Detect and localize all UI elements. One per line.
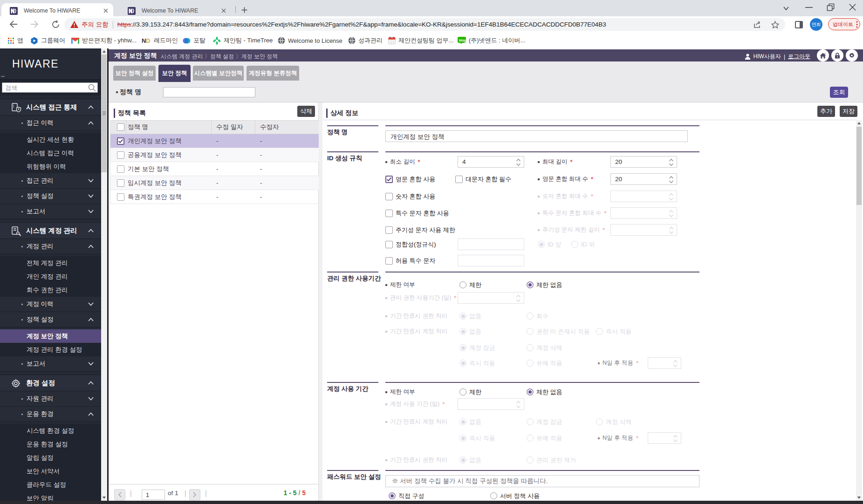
row-checkbox[interactable] [117,193,124,201]
prev-page-button[interactable] [114,489,125,500]
sidebar-item-account-management[interactable]: 계정 관리 [0,239,101,254]
scrollbar-down-arrow[interactable] [101,495,107,501]
bookmark-consulting[interactable]: 제안컨설팅팀 업무... [388,33,453,48]
bookmark-gmail[interactable]: 받은편지함 - yhhw... [71,33,137,48]
sidebar-item-access-management[interactable]: 접근 관리 [0,173,101,189]
delete-button[interactable]: 삭제 [297,106,315,117]
scrollbar-down-arrow[interactable] [856,495,862,501]
sidebar-item-resource-management[interactable]: 자원 관리 [0,391,101,407]
bookmark-redmine[interactable]: ND 레드마인 [142,33,178,48]
sidebar-item-cloud-settings[interactable]: 클라우드 설정 [0,478,101,491]
add-button[interactable]: 추가 [817,106,835,117]
spinner-arrows-icon[interactable] [669,158,674,167]
browser-tab-inactive[interactable]: Welcome To HIWARE [119,3,231,16]
scrollbar-up-arrow[interactable] [101,48,107,54]
scrollbar-thumb[interactable] [102,54,107,172]
admin-no-limit-radio-selected[interactable] [527,281,534,288]
regex-checkbox[interactable] [385,241,393,248]
row-checkbox-checked[interactable] [117,137,124,145]
sidebar-item-risk-history[interactable]: 위험행위 이력 [0,160,101,173]
spinner-arrows-icon[interactable] [516,400,521,409]
reload-icon[interactable] [51,20,60,29]
account-limit-radio[interactable] [459,388,466,395]
url-bar[interactable]: 주의 요함 https://3.39.153.247:8443/frame?do… [64,18,785,31]
sidebar-item-policy-settings-1[interactable]: 정책 설정 [0,189,101,204]
table-row[interactable]: 특권계정 보안 정책 - - [110,190,319,204]
direct-config-radio-selected[interactable] [389,492,396,499]
sidebar-item-environment-settings[interactable]: 환경 설정 [0,375,101,391]
table-row[interactable]: 기본 보안 정책 - - [110,162,319,176]
side-panel-icon[interactable] [795,21,803,28]
bookmark-apps[interactable]: 앱 [7,33,23,48]
num-mix-checkbox[interactable] [385,193,393,200]
spinner-arrows-icon[interactable] [669,192,674,201]
row-checkbox[interactable] [117,165,124,173]
sidebar-scrollbar[interactable] [101,48,107,501]
table-row[interactable]: 임시계정 보안 정책 - - [110,176,319,190]
sidebar-item-operating-env-settings[interactable]: 운용 환경 설정 [0,437,101,451]
spinner-arrows-icon[interactable] [516,158,521,167]
spinner-arrows-icon[interactable] [669,209,674,218]
home-button[interactable] [817,49,829,61]
next-page-button[interactable] [189,489,200,500]
table-row[interactable]: 공용계정 보안 정책 - - [110,148,319,162]
special-mix-checkbox[interactable] [385,210,393,217]
bookmark-star-icon[interactable] [771,21,779,28]
sidebar-item-alert-settings[interactable]: 알림 설정 [0,451,101,464]
bookmark-performance[interactable]: 성과관리 [348,33,383,48]
window-minimize-icon[interactable] [805,7,813,8]
max-length-spinner[interactable]: 20 [610,156,677,168]
detail-scrollbar[interactable] [856,120,862,501]
save-button[interactable]: 저장 [840,106,857,117]
sidebar-item-all-accounts[interactable]: 전체 계정 관리 [0,256,101,270]
sidebar-item-report-2[interactable]: 보고서 [0,356,101,372]
select-all-checkbox[interactable] [117,123,124,131]
upper-required-checkbox[interactable] [455,176,463,183]
panel-splitter[interactable] [319,102,322,501]
sidebar-item-access-history[interactable]: 접근 이력 [0,116,101,131]
cyclic-checkbox[interactable] [385,226,393,234]
account-no-limit-radio-selected[interactable] [527,388,534,395]
tab-account-type-policy[interactable]: 계정유형 분류정책 [247,66,299,81]
spinner-arrows-icon[interactable] [516,294,521,303]
regex-input[interactable] [458,238,524,250]
sidebar-item-system-access-control[interactable]: 시스템 접근 통제 [0,99,101,116]
row-checkbox[interactable] [117,179,124,187]
sidebar-item-personal-accounts[interactable]: 개인 계정 관리 [0,270,101,283]
policy-name-filter-input[interactable] [163,87,255,97]
back-icon[interactable] [9,20,18,28]
sidebar-item-system-env-settings[interactable]: 시스템 환경 설정 [0,424,101,437]
sidebar-item-policy-settings-2[interactable]: 정책 설정 [0,312,101,327]
sidebar-item-system-access-history[interactable]: 시스템 접근 이력 [0,146,101,160]
bookmark-timetree[interactable]: 제안팀 - TimeTree [213,33,273,48]
min-length-spinner[interactable]: 4 [458,156,524,168]
row-checkbox[interactable] [117,151,124,159]
window-close-icon[interactable] [848,3,857,12]
page-number-input[interactable]: 1 [142,490,165,500]
bookmark-groupware[interactable]: 그룹웨어 [30,33,65,48]
table-row[interactable]: 개인계정 보안 정책 - - [110,134,319,148]
settings-button[interactable] [846,49,858,61]
window-chevron-icon[interactable] [782,4,790,13]
scrollbar-thumb[interactable] [856,127,862,205]
forward-icon[interactable] [30,20,39,28]
tab-close-icon[interactable] [102,7,110,15]
sidebar-item-report-1[interactable]: 보고서 [0,204,101,219]
policy-name-input[interactable]: 개인계정 보안 정책 [385,130,688,142]
allowed-special-input[interactable] [458,255,524,266]
allowed-special-checkbox[interactable] [385,257,393,265]
sidebar-item-security-pledge[interactable]: 보안 서약서 [0,464,101,478]
spinner-arrows-icon[interactable] [673,434,678,443]
search-icon[interactable] [88,84,96,92]
sidebar-item-account-security-policy[interactable]: 계정 보안 정책 [0,329,101,343]
spinner-arrows-icon[interactable] [669,226,674,235]
sidebar-item-security-alert[interactable]: 보안 알림 [0,491,101,501]
tab-system-security-policy[interactable]: 시스템별 보안정책 [193,66,244,81]
spinner-arrows-icon[interactable] [673,359,678,368]
spinner-arrows-icon[interactable] [669,175,674,184]
admin-limit-radio[interactable] [459,281,466,288]
scrollbar-up-arrow[interactable] [856,120,862,126]
security-warning-label[interactable]: 주의 요함 [82,20,109,29]
sidebar-item-revoke-permission[interactable]: 회수 권한 관리 [0,283,101,297]
sidebar-item-operating-env[interactable]: 운용 환경 [0,407,101,422]
